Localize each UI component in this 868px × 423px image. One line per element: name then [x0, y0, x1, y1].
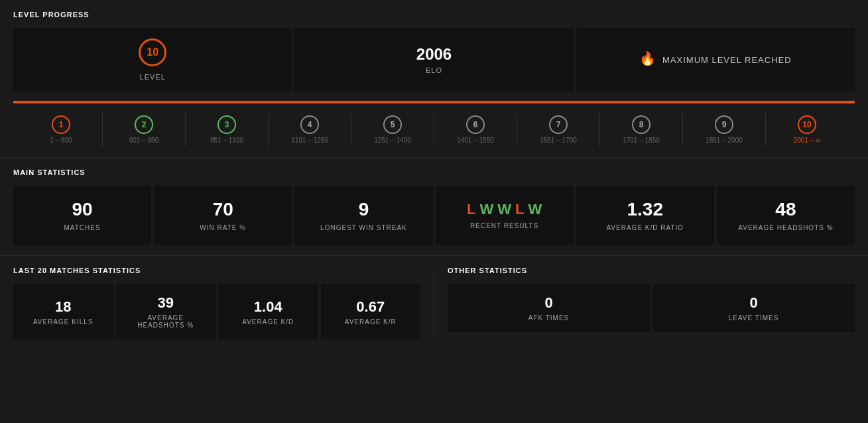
last20-stat-value-2: 1.04 [254, 298, 282, 316]
milestone-circle-6: 6 [466, 115, 485, 134]
result-letter: L [467, 201, 475, 218]
other-stat-card-1: 0 LEAVE TIMES [652, 284, 855, 332]
milestone-circle-9: 9 [715, 115, 733, 134]
last20-stat-card-2: 1.04 AVERAGE K/D [218, 284, 318, 339]
main-statistics-section: MAIN STATISTICS 90 MATCHES 70 WIN RATE %… [0, 158, 868, 256]
last20-stat-card-0: 18 AVERAGE KILLS [13, 284, 113, 339]
progress-bar-fill [13, 101, 855, 103]
bottom-section: LAST 20 MATCHES STATISTICS 18 AVERAGE KI… [0, 256, 868, 350]
last-20-title: LAST 20 MATCHES STATISTICS [13, 267, 420, 274]
milestone-5: 5 1251 – 1400 [351, 113, 434, 147]
last-20-section: LAST 20 MATCHES STATISTICS 18 AVERAGE KI… [13, 267, 420, 339]
last20-stat-card-1: 39 AVERAGE HEADSHOTS % [116, 284, 216, 339]
other-stat-label-1: LEAVE TIMES [729, 314, 779, 322]
stat-value-2: 9 [359, 199, 369, 220]
milestone-7: 7 1551 – 1700 [517, 113, 599, 147]
result-letter: W [497, 201, 511, 218]
milestone-3: 3 951 – 1100 [185, 113, 268, 147]
milestone-range-7: 1551 – 1700 [540, 137, 577, 144]
level-label: LEVEL [140, 73, 166, 81]
milestone-range-5: 1251 – 1400 [374, 137, 411, 144]
level-circle: 10 [139, 38, 166, 66]
main-stat-card-2: 9 LONGEST WIN STREAK [294, 186, 432, 245]
milestone-8: 8 1701 – 1850 [599, 113, 682, 147]
stat-label-5: AVERAGE HEADSHOTS % [738, 224, 833, 231]
milestone-circle-7: 7 [549, 115, 568, 134]
milestones: 1 1 – 800 2 801 – 950 3 951 – 1100 4 110… [13, 113, 855, 147]
milestone-9: 9 1851 – 2000 [682, 113, 765, 147]
result-letter: W [528, 201, 542, 218]
other-stats-section: OTHER STATISTICS 0 AFK TIMES 0 LEAVE TIM… [448, 267, 855, 339]
stat-value-1: 70 [213, 199, 233, 220]
last20-stat-card-3: 0.67 AVERAGE K/R [321, 284, 421, 339]
stat-label-0: MATCHES [64, 224, 101, 231]
progress-bar [13, 101, 855, 103]
last-20-stats-grid: 18 AVERAGE KILLS 39 AVERAGE HEADSHOTS % … [13, 284, 420, 339]
section-divider [434, 267, 434, 339]
main-stat-card-5: 48 AVERAGE HEADSHOTS % [717, 186, 855, 245]
result-letter: L [515, 201, 524, 218]
milestone-circle-8: 8 [632, 115, 651, 134]
milestone-range-9: 1851 – 2000 [706, 137, 743, 144]
other-stat-value-1: 0 [749, 294, 757, 312]
main-stat-card-0: 90 MATCHES [13, 186, 151, 245]
milestone-range-2: 801 – 950 [129, 137, 159, 144]
last20-stat-label-3: AVERAGE K/R [345, 318, 397, 326]
level-progress-title: LEVEL PROGRESS [13, 11, 855, 19]
elo-card: 2006 ELO [294, 28, 573, 91]
milestone-range-6: 1401 – 1550 [457, 137, 494, 144]
milestone-circle-10: 10 [798, 115, 816, 134]
milestone-range-4: 1101 – 1250 [291, 137, 328, 144]
main-stat-card-3: LWWLW RECENT RESULTS [436, 186, 574, 245]
other-stat-card-0: 0 AFK TIMES [448, 284, 650, 332]
stat-label-1: WIN RATE % [200, 224, 246, 231]
stat-value-5: 48 [775, 199, 796, 220]
milestone-circle-3: 3 [217, 115, 236, 134]
other-stats-grid: 0 AFK TIMES 0 LEAVE TIMES [448, 284, 855, 332]
milestone-range-1: 1 – 800 [50, 137, 72, 144]
max-level-card: 🔥 MAXIMUM LEVEL REACHED [576, 28, 855, 91]
last20-stat-value-3: 0.67 [356, 298, 385, 316]
milestone-2: 2 801 – 950 [102, 113, 185, 147]
result-letter: W [479, 201, 493, 218]
stat-label-2: LONGEST WIN STREAK [320, 224, 407, 231]
fire-icon: 🔥 [639, 50, 656, 66]
milestone-10: 10 2001 – ∞ [765, 113, 848, 147]
stat-value-4: 1.32 [627, 199, 664, 220]
milestone-range-8: 1701 – 1850 [623, 137, 660, 144]
milestone-4: 4 1101 – 1250 [268, 113, 351, 147]
other-stats-title: OTHER STATISTICS [448, 267, 855, 274]
main-stats-grid: 90 MATCHES 70 WIN RATE % 9 LONGEST WIN S… [13, 186, 855, 245]
last20-stat-value-0: 18 [55, 298, 71, 316]
milestone-circle-5: 5 [383, 115, 402, 134]
level-cards: 10 LEVEL 2006 ELO 🔥 MAXIMUM LEVEL REACHE… [13, 28, 855, 91]
last20-stat-label-2: AVERAGE K/D [242, 318, 294, 326]
recent-results: LWWLW [467, 201, 542, 218]
milestone-range-10: 2001 – ∞ [794, 137, 821, 144]
other-stat-label-0: AFK TIMES [528, 314, 570, 322]
elo-value: 2006 [416, 45, 452, 64]
milestone-6: 6 1401 – 1550 [434, 113, 517, 147]
max-level-label: MAXIMUM LEVEL REACHED [662, 55, 792, 65]
main-stat-card-4: 1.32 AVERAGE K/D RATIO [576, 186, 714, 245]
main-statistics-title: MAIN STATISTICS [13, 168, 855, 176]
level-card: 10 LEVEL [13, 28, 292, 91]
other-stat-value-0: 0 [544, 294, 552, 312]
milestone-1: 1 1 – 800 [20, 113, 102, 147]
elo-label: ELO [426, 66, 442, 74]
last20-stat-label-0: AVERAGE KILLS [33, 318, 93, 326]
milestone-circle-1: 1 [52, 115, 70, 134]
level-progress-section: LEVEL PROGRESS 10 LEVEL 2006 ELO 🔥 MAXIM… [0, 0, 868, 158]
stat-label-4: AVERAGE K/D RATIO [606, 224, 684, 231]
last20-stat-value-1: 39 [158, 294, 174, 312]
milestone-circle-4: 4 [300, 115, 319, 134]
stat-value-0: 90 [72, 199, 93, 220]
main-stat-card-1: 70 WIN RATE % [154, 186, 292, 245]
last20-stat-label-1: AVERAGE HEADSHOTS % [124, 314, 208, 329]
milestone-circle-2: 2 [135, 115, 153, 134]
recent-results-label: RECENT RESULTS [470, 222, 538, 229]
milestone-range-3: 951 – 1100 [210, 137, 243, 144]
